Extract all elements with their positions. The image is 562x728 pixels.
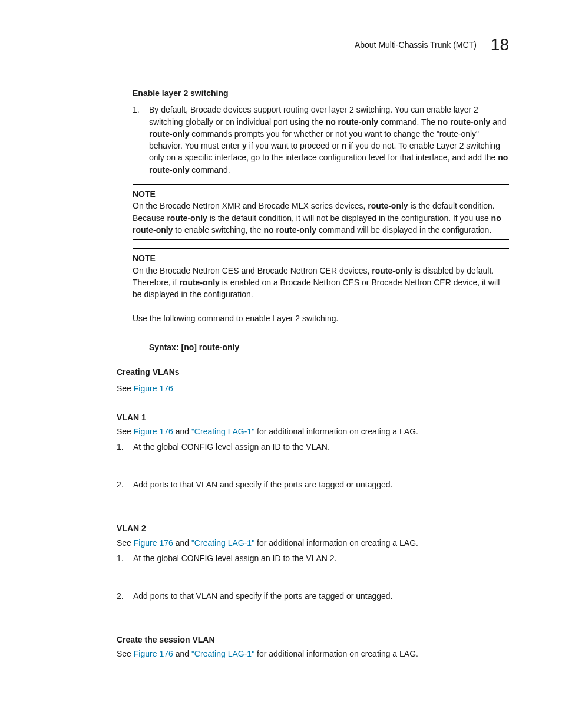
- para-use-command: Use the following command to enable Laye…: [133, 312, 509, 324]
- chapter-number: 18: [491, 35, 509, 54]
- vlan1-steps: 1. At the global CONFIG level assign an …: [117, 442, 509, 489]
- note-block-2: NOTE On the Brocade NetIron CES and Broc…: [133, 248, 509, 304]
- list-item: 1. At the global CONFIG level assign an …: [117, 554, 509, 563]
- list-number: 2.: [117, 591, 133, 601]
- heading-enable-l2: Enable layer 2 switching: [133, 87, 509, 99]
- xref-creating-lag-1[interactable]: "Creating LAG-1": [191, 538, 254, 548]
- note-label: NOTE: [133, 252, 509, 264]
- list-text: Add ports to that VLAN and specify if th…: [133, 480, 509, 489]
- vlan2-steps: 1. At the global CONFIG level assign an …: [117, 554, 509, 601]
- xref-figure-176[interactable]: Figure 176: [134, 384, 173, 393]
- list-text: At the global CONFIG level assign an ID …: [133, 442, 509, 452]
- list-number: 1.: [117, 442, 133, 452]
- list-item-1: 1. By default, Brocade devices support r…: [133, 104, 509, 176]
- list-text: By default, Brocade devices support rout…: [149, 104, 509, 176]
- note-text: On the Brocade NetIron XMR and Brocade M…: [133, 200, 509, 236]
- header-title: About Multi-Chassis Trunk (MCT): [355, 40, 477, 50]
- vlan1-see-line: See Figure 176 and "Creating LAG-1" for …: [117, 426, 509, 437]
- content-full-width: Creating VLANs See Figure 176 VLAN 1 See…: [117, 366, 509, 660]
- see-line: See Figure 176: [117, 383, 509, 394]
- xref-creating-lag-1[interactable]: "Creating LAG-1": [191, 649, 254, 658]
- list-number: 1.: [117, 554, 133, 563]
- xref-figure-176[interactable]: Figure 176: [134, 538, 173, 548]
- heading-creating-vlans: Creating VLANs: [117, 366, 509, 378]
- page-header: About Multi-Chassis Trunk (MCT) 18: [53, 35, 509, 54]
- content-body: Enable layer 2 switching 1. By default, …: [133, 87, 509, 353]
- list-item: 2. Add ports to that VLAN and specify if…: [117, 591, 509, 601]
- heading-vlan1: VLAN 1: [117, 411, 509, 423]
- session-vlan-see-line: See Figure 176 and "Creating LAG-1" for …: [117, 648, 509, 660]
- list-item: 2. Add ports to that VLAN and specify if…: [117, 480, 509, 489]
- vlan2-see-line: See Figure 176 and "Creating LAG-1" for …: [117, 537, 509, 549]
- list-text: Add ports to that VLAN and specify if th…: [133, 591, 509, 601]
- heading-session-vlan: Create the session VLAN: [117, 634, 509, 645]
- xref-figure-176[interactable]: Figure 176: [134, 427, 173, 436]
- xref-creating-lag-1[interactable]: "Creating LAG-1": [191, 427, 254, 436]
- list-item: 1. At the global CONFIG level assign an …: [117, 442, 509, 452]
- xref-figure-176[interactable]: Figure 176: [134, 649, 173, 658]
- list-text: At the global CONFIG level assign an ID …: [133, 554, 509, 563]
- list-number: 2.: [117, 480, 133, 489]
- note-label: NOTE: [133, 188, 509, 200]
- syntax-line: Syntax: [no] route-only: [149, 341, 509, 353]
- note-block-1: NOTE On the Brocade NetIron XMR and Broc…: [133, 184, 509, 240]
- note-text: On the Brocade NetIron CES and Brocade N…: [133, 265, 509, 301]
- heading-vlan2: VLAN 2: [117, 522, 509, 534]
- page: About Multi-Chassis Trunk (MCT) 18 Enabl…: [0, 0, 562, 728]
- list-number: 1.: [133, 104, 149, 176]
